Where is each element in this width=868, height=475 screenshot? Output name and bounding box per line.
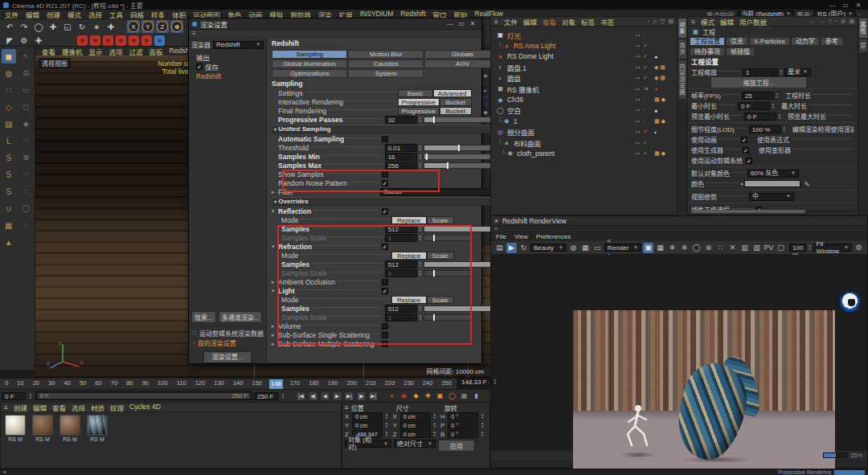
coord-mode-select[interactable]: 对象 (相对)▼ — [345, 440, 391, 448]
size-z-field[interactable]: 0 cm — [400, 430, 431, 438]
tree-item-save[interactable]: ✓保存 — [191, 62, 264, 72]
object-row[interactable]: ◯ 空白 ▪▪ ∶ ● — [491, 105, 677, 116]
apply-button[interactable]: 应用 — [438, 440, 475, 452]
editor-render-toggles[interactable]: ▪▪ — [636, 87, 641, 92]
tree-item-redshift[interactable]: Redshift — [191, 72, 264, 81]
pos-x-field[interactable]: 0 cm — [352, 412, 383, 420]
redshift-tab[interactable]: AOV — [424, 59, 500, 68]
effects-button[interactable]: 效果... — [191, 311, 216, 323]
material-menu-item[interactable]: Cycles 4D — [129, 403, 161, 412]
y-axis-lock-button[interactable]: Y — [141, 20, 154, 33]
panel-handle-icon[interactable]: ≡ — [4, 403, 8, 412]
overrides-header[interactable]: ▾ Overrides — [272, 197, 501, 206]
tool-icon-c[interactable]: ▭ — [18, 83, 33, 97]
attribute-hscrollbar[interactable] — [691, 210, 854, 213]
threshold-slider[interactable] — [424, 145, 501, 151]
menu-item[interactable]: 体积 — [172, 10, 186, 19]
project-scale-unit-select[interactable]: 厘米▼ — [784, 68, 811, 76]
light-scale-button[interactable]: Scale — [427, 296, 454, 304]
viewport-menu-item[interactable]: 摄像机 — [62, 47, 83, 56]
previous-frame-button[interactable]: ◀ — [320, 391, 330, 401]
mode-tool-icon[interactable]: ◍ — [2, 66, 16, 80]
material-thumbnail[interactable] — [59, 415, 80, 436]
key-button[interactable]: ◆ — [411, 391, 421, 401]
visibility-dots[interactable]: ∶ — [643, 107, 654, 113]
renderview-menu-handle[interactable]: ≡ — [491, 226, 867, 232]
editor-render-toggles[interactable]: ▪▪ — [636, 141, 641, 145]
renderview-icon[interactable]: ▥ — [739, 243, 750, 253]
tool-icon-j[interactable]: ◯ — [18, 201, 33, 215]
editor-render-toggles[interactable]: ▪▪ — [636, 119, 641, 124]
material-item[interactable]: RS M — [31, 415, 55, 442]
dialog-minimize-button[interactable]: — — [444, 20, 456, 27]
mode-tool-icon[interactable]: S — [2, 167, 16, 182]
preview-min-field[interactable]: 0 F — [744, 113, 776, 121]
minimize-button[interactable]: — — [826, 2, 839, 9]
attr-back-icon[interactable]: ← — [809, 18, 816, 25]
default-color-select[interactable]: 60% 灰色▼ — [747, 170, 799, 178]
renderview-settings-icon[interactable]: ⚙ — [854, 243, 864, 253]
visibility-dots[interactable]: ∶✕ — [643, 86, 654, 92]
final-bucket-button[interactable]: Bucket — [440, 107, 472, 115]
mode-tool-icon[interactable]: S — [2, 150, 16, 165]
redshift-tab[interactable]: Caustics — [348, 59, 424, 68]
x-axis-lock-button[interactable]: X — [127, 20, 140, 33]
renderview-icon[interactable]: ▥ — [751, 243, 762, 253]
zoom-field[interactable]: 100 % — [789, 244, 806, 252]
renderview-title-bar[interactable]: × Redshift RenderView — [491, 216, 867, 226]
key-button[interactable]: ✚ — [423, 391, 433, 401]
tool-icon-i[interactable]: ∷ — [18, 184, 33, 199]
project-scale-field[interactable]: 1 — [743, 68, 778, 76]
om-menu-edit[interactable]: 编辑 — [523, 17, 537, 27]
object-tags[interactable]: ▦ ◆ — [654, 118, 674, 125]
menu-item[interactable]: 选择 — [88, 10, 102, 19]
rot-b-field[interactable]: 0 ° — [448, 430, 478, 438]
render-mode-select[interactable]: < Render >▼ — [604, 244, 641, 252]
visibility-dots[interactable]: ✓ — [643, 43, 654, 49]
key-button[interactable]: ▦ — [459, 391, 469, 401]
close-button[interactable]: ✕ — [852, 2, 865, 9]
viewport-menu-item[interactable]: 查看 — [42, 47, 55, 56]
renderview-menu-item[interactable]: File — [496, 233, 506, 240]
advanced-button[interactable]: Advanced — [433, 89, 472, 97]
tool-icon-d[interactable]: ◻ — [18, 100, 33, 114]
maximize-button[interactable]: ▭ — [839, 2, 852, 9]
object-row[interactable]: └ ◆ 1 ▪▪ ∶ ▦ ◆ — [491, 116, 677, 126]
renderview-icon[interactable]: ↻ — [518, 243, 529, 253]
attr-menu-userdata[interactable]: 用户数据 — [739, 17, 767, 27]
reflection-scale-button[interactable]: Scale — [427, 216, 454, 224]
om-menu-tags[interactable]: 标签 — [581, 17, 595, 27]
material-thumbnail[interactable] — [87, 415, 108, 436]
attribute-tab[interactable]: 帧插值 — [726, 47, 755, 56]
viewport-menu-item[interactable]: 过滤 — [129, 47, 143, 56]
z-axis-lock-button[interactable]: Z — [156, 20, 169, 33]
object-tags[interactable]: ◆ ▦ — [654, 64, 674, 71]
basic-button[interactable]: Basic — [398, 89, 433, 97]
editor-render-toggles[interactable]: ▪▪ — [636, 97, 641, 102]
redo-icon[interactable]: ↷ — [18, 21, 31, 33]
tree-item-output[interactable]: 输出 — [191, 52, 264, 62]
mode-tool-icon[interactable]: ◼ — [2, 49, 16, 63]
dialog-close-button[interactable]: ✕ — [467, 20, 478, 27]
material-menu-item[interactable]: 纹理 — [110, 403, 124, 412]
xp-blue-icon[interactable] — [154, 35, 165, 46]
object-row[interactable]: ◗ 圆盘.1 ▪▪ ✓ ◆ ▦ — [491, 62, 677, 72]
lod-field[interactable]: 100 % — [749, 125, 781, 133]
light-replace-button[interactable]: Replace — [391, 296, 427, 304]
attribute-tab[interactable]: 动力学 — [791, 37, 820, 46]
om-menu-view[interactable]: 查看 — [542, 17, 556, 27]
visibility-dots[interactable]: ✓ — [643, 75, 654, 81]
editor-render-toggles[interactable]: ▪▪ — [636, 76, 641, 80]
color-swatch[interactable] — [744, 180, 800, 187]
attribute-tab[interactable]: 工程设置 — [690, 37, 725, 46]
object-tags[interactable]: ● — [654, 54, 674, 59]
visibility-dots[interactable]: ✓ — [643, 64, 654, 71]
renderview-close-icon[interactable]: × — [494, 217, 498, 225]
pos-y-field[interactable]: 0 cm — [352, 421, 383, 429]
redshift-tab[interactable]: Global Illumination — [272, 59, 347, 68]
size-y-field[interactable]: 0 cm — [400, 421, 431, 429]
ambient-occlusion-checkbox[interactable] — [382, 279, 388, 285]
refraction-samples-field[interactable]: 512 — [385, 260, 417, 268]
interactive-progressive-button[interactable]: Progressive — [398, 98, 440, 106]
render-data-item-active[interactable]: ◦我的渲染设置 — [191, 338, 264, 347]
